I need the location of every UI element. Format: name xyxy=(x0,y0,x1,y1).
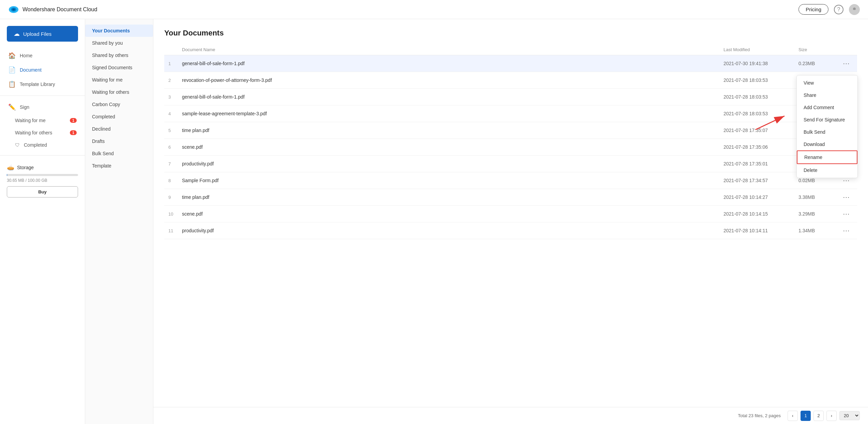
ctx-view[interactable]: View xyxy=(797,77,857,89)
storage-section: 🥧 Storage 30.65 MB / 100.00 GB Buy xyxy=(0,158,85,203)
sidebar-item-document[interactable]: 📄 Document xyxy=(0,63,85,77)
prev-page-button[interactable]: ‹ xyxy=(788,411,798,421)
sidebar-item-template[interactable]: 📋 Template Library xyxy=(0,77,85,91)
sidebar-item-sign[interactable]: ✏️ Sign xyxy=(0,100,85,114)
doc-modified: 2021-07-30 19:41:38 xyxy=(724,61,798,66)
storage-label: 🥧 Storage xyxy=(7,164,78,171)
col-last-modified: Last Modified xyxy=(724,47,798,52)
sub-item-drafts[interactable]: Drafts xyxy=(85,135,153,147)
avatar[interactable] xyxy=(849,4,860,15)
sidebar-item-waiting-for-me[interactable]: Waiting for me 1 xyxy=(0,114,85,127)
sidebar-item-completed[interactable]: 🛡 Completed xyxy=(0,139,85,151)
doc-name: scene.pdf xyxy=(182,211,724,217)
table-row: 8 Sample Form.pdf 2021-07-28 17:34:57 0.… xyxy=(164,172,857,189)
doc-name: general-bill-of-sale-form-1.pdf xyxy=(182,94,724,100)
pagination-info: Total 23 files, 2 pages xyxy=(738,413,781,418)
sub-item-carbon-copy[interactable]: Carbon Copy xyxy=(85,98,153,111)
ctx-share[interactable]: Share xyxy=(797,89,857,101)
more-options-button[interactable]: ⋯ xyxy=(839,209,853,219)
table-row: 6 scene.pdf 2021-07-28 17:35:06 3.29MB ⋯ xyxy=(164,139,857,156)
sign-icon: ✏️ xyxy=(8,103,16,111)
upload-button[interactable]: ☁ Upload Files xyxy=(7,26,78,42)
doc-name: time plan.pdf xyxy=(182,128,724,133)
sub-item-your-documents[interactable]: Your Documents xyxy=(85,25,153,37)
doc-modified: 2021-07-28 17:35:01 xyxy=(724,161,798,166)
row-number: 5 xyxy=(168,128,182,133)
sub-item-signed-documents[interactable]: Signed Documents xyxy=(85,61,153,74)
page-title: Your Documents xyxy=(164,29,857,38)
help-icon[interactable]: ? xyxy=(834,5,843,14)
document-icon: 📄 xyxy=(8,66,16,74)
doc-modified: 2021-07-28 17:35:06 xyxy=(724,144,798,150)
more-options-button[interactable]: ⋯ xyxy=(839,226,853,235)
ctx-delete[interactable]: Delete xyxy=(797,164,857,176)
sub-item-shared-by-others[interactable]: Shared by others xyxy=(85,49,153,61)
pricing-button[interactable]: Pricing xyxy=(798,4,828,15)
ctx-add-comment[interactable]: Add Comment xyxy=(797,101,857,114)
page-size-select[interactable]: 20 50 100 xyxy=(839,411,860,420)
doc-name: productivity.pdf xyxy=(182,161,724,166)
doc-modified: 2021-07-28 18:03:53 xyxy=(724,111,798,116)
ctx-rename[interactable]: Rename xyxy=(797,150,857,164)
sub-item-completed[interactable]: Completed xyxy=(85,111,153,123)
row-number: 11 xyxy=(168,228,182,233)
row-number: 7 xyxy=(168,161,182,166)
next-page-button[interactable]: › xyxy=(826,411,837,421)
sidebar-waiting-others-label: Waiting for others xyxy=(15,130,52,135)
doc-size: 0.02MB xyxy=(798,178,839,183)
buy-button[interactable]: Buy xyxy=(7,186,78,198)
storage-pie-icon: 🥧 xyxy=(7,164,14,171)
context-menu: View Share Add Comment Send For Signatur… xyxy=(796,75,858,178)
header-right: Pricing ? xyxy=(798,4,860,15)
ctx-bulk-send[interactable]: Bulk Send xyxy=(797,126,857,138)
ctx-download[interactable]: Download xyxy=(797,138,857,150)
doc-name: scene.pdf xyxy=(182,144,724,150)
row-number: 10 xyxy=(168,211,182,217)
row-number: 8 xyxy=(168,178,182,183)
svg-point-2 xyxy=(12,9,15,11)
sidebar-item-home-label: Home xyxy=(20,53,32,58)
col-doc-name: Document Name xyxy=(182,47,724,52)
row-number: 9 xyxy=(168,195,182,200)
upload-label: Upload Files xyxy=(23,31,51,37)
more-options-button[interactable]: ⋯ xyxy=(839,192,853,202)
doc-modified: 2021-07-28 10:14:15 xyxy=(724,211,798,217)
nav-divider-1 xyxy=(0,96,85,96)
doc-size: 1.34MB xyxy=(798,228,839,233)
sub-item-bulk-send[interactable]: Bulk Send xyxy=(85,147,153,160)
nav-section-sign: ✏️ Sign Waiting for me 1 Waiting for oth… xyxy=(0,99,85,152)
sub-item-waiting-for-me[interactable]: Waiting for me xyxy=(85,74,153,86)
table-row: 4 sample-lease-agreement-template-3.pdf … xyxy=(164,105,857,122)
storage-bar xyxy=(7,174,78,176)
sidebar-item-home[interactable]: 🏠 Home xyxy=(0,48,85,63)
row-number: 1 xyxy=(168,61,182,66)
sub-item-shared-by-you[interactable]: Shared by you xyxy=(85,37,153,49)
nav-divider-2 xyxy=(0,155,85,156)
table-header: Document Name Last Modified Size xyxy=(164,44,857,55)
doc-modified: 2021-07-28 17:35:07 xyxy=(724,128,798,133)
ctx-send-for-signature[interactable]: Send For Signature xyxy=(797,114,857,126)
sub-item-waiting-for-others[interactable]: Waiting for others xyxy=(85,86,153,98)
doc-modified: 2021-07-28 10:14:11 xyxy=(724,228,798,233)
nav-section-main: 🏠 Home 📄 Document 📋 Template Library xyxy=(0,47,85,93)
row-number: 2 xyxy=(168,78,182,83)
col-num xyxy=(168,47,182,52)
page-1-button[interactable]: 1 xyxy=(801,411,811,421)
header: Wondershare Document Cloud Pricing ? xyxy=(0,0,868,19)
page-2-button[interactable]: 2 xyxy=(813,411,824,421)
home-icon: 🏠 xyxy=(8,52,16,59)
header-left: Wondershare Document Cloud xyxy=(8,4,97,15)
more-options-button[interactable]: ⋯ xyxy=(839,59,853,68)
doc-modified: 2021-07-28 10:14:27 xyxy=(724,194,798,200)
waiting-me-badge: 1 xyxy=(70,118,77,123)
sidebar: ☁ Upload Files 🏠 Home 📄 Document 📋 Templ… xyxy=(0,19,85,424)
svg-point-3 xyxy=(853,8,856,10)
sidebar-item-waiting-for-others[interactable]: Waiting for others 1 xyxy=(0,127,85,139)
sub-item-template[interactable]: Template xyxy=(85,160,153,172)
storage-title: Storage xyxy=(17,165,34,170)
sidebar-completed-label: Completed xyxy=(24,142,47,148)
sub-item-declined[interactable]: Declined xyxy=(85,123,153,135)
storage-used: 30.65 MB / 100.00 GB xyxy=(7,178,78,183)
doc-name: revocation-of-power-of-attorney-form-3.p… xyxy=(182,77,724,83)
doc-name: productivity.pdf xyxy=(182,228,724,233)
